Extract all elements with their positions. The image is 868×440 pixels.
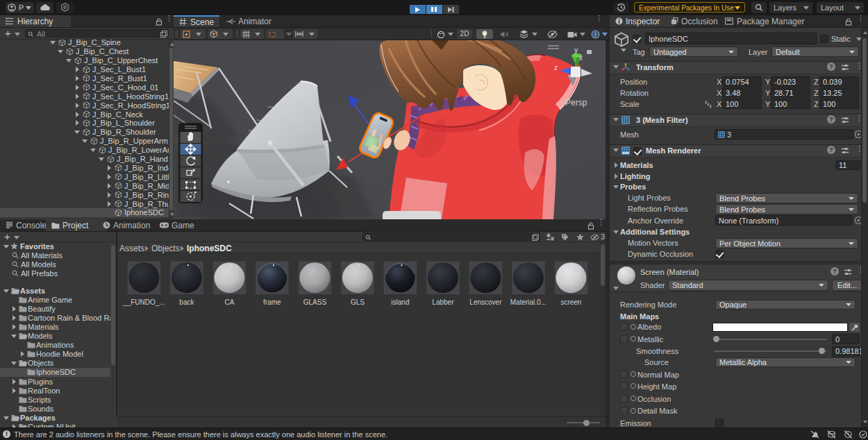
svg-text:Lenscover: Lenscover	[469, 298, 502, 306]
svg-text:Material.0...: Material.0...	[510, 298, 546, 306]
svg-text:frame: frame	[263, 298, 281, 306]
svg-text:__FUNDO_...: __FUNDO_...	[122, 298, 165, 306]
svg-text:GLS: GLS	[351, 298, 365, 306]
svg-text:back: back	[179, 298, 194, 306]
svg-text:GLASS: GLASS	[303, 298, 327, 306]
svg-text:screen: screen	[560, 298, 581, 306]
svg-text:z: z	[554, 64, 558, 71]
svg-text:y: y	[574, 46, 578, 54]
svg-text:‹Persp: ‹Persp	[562, 98, 587, 108]
svg-text:Labber: Labber	[432, 298, 454, 306]
svg-text:x: x	[579, 54, 583, 62]
svg-text:CA: CA	[224, 298, 234, 306]
svg-text:island: island	[391, 298, 409, 306]
